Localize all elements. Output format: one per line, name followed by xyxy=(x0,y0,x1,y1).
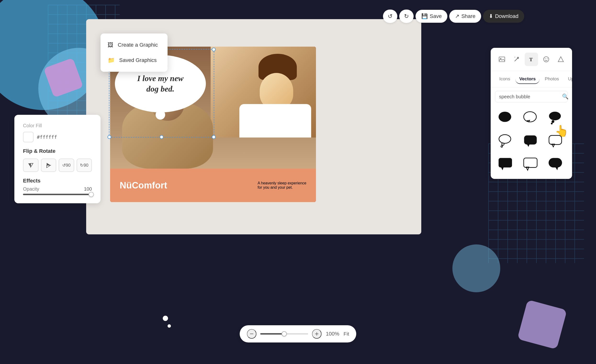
flip-rotate-controls: ↺90 ↻90 xyxy=(23,159,92,172)
color-fill-row: #ffffff xyxy=(23,132,92,142)
undo-button[interactable]: ↺ xyxy=(383,10,397,23)
panel-emoji-icon-btn[interactable] xyxy=(539,53,553,66)
share-button[interactable]: ↗ Share xyxy=(449,10,481,23)
save-button[interactable]: 💾 Save xyxy=(416,10,447,23)
zoom-slider-thumb[interactable] xyxy=(282,331,287,336)
vector-item-4[interactable] xyxy=(495,131,516,152)
flip-vertical-button[interactable] xyxy=(41,159,57,172)
effects-label: Effects xyxy=(23,178,40,184)
flip-horizontal-button[interactable] xyxy=(23,159,38,172)
bg-sticker-purple-right xyxy=(517,300,567,349)
panel-shapes-icon-btn[interactable] xyxy=(554,53,567,66)
tab-uploads[interactable]: Uploads xyxy=(564,74,572,84)
svg-line-7 xyxy=(515,57,515,57)
svg-marker-0 xyxy=(28,163,31,167)
vector-item-7[interactable] xyxy=(495,154,516,175)
zoom-slider[interactable] xyxy=(260,333,308,335)
zoom-out-button[interactable]: − xyxy=(247,329,256,339)
speech-bubble-filled-1 xyxy=(497,110,513,126)
svg-point-21 xyxy=(499,135,511,143)
tab-vectors[interactable]: Vectors xyxy=(515,74,539,84)
download-label: Download xyxy=(495,13,518,19)
save-label: Save xyxy=(430,13,442,19)
tab-photos[interactable]: Photos xyxy=(541,74,563,84)
svg-marker-29 xyxy=(501,167,504,170)
undo-icon: ↺ xyxy=(388,13,393,20)
color-fill-section-label: Color Fill xyxy=(23,123,92,128)
search-input[interactable] xyxy=(499,94,560,100)
create-graphic-label: Create a Graphic xyxy=(118,42,158,48)
zoom-in-button[interactable]: + xyxy=(312,329,321,339)
vector-item-8[interactable] xyxy=(520,154,541,175)
vector-item-1[interactable] xyxy=(495,108,516,129)
svg-text:T: T xyxy=(529,57,533,62)
fit-button[interactable]: Fit xyxy=(343,331,349,337)
svg-point-23 xyxy=(501,146,503,147)
zoom-out-icon: − xyxy=(250,330,253,338)
vector-item-3[interactable] xyxy=(545,108,566,129)
search-icon[interactable]: 🔍 xyxy=(562,94,568,100)
vector-grid xyxy=(491,106,572,179)
svg-marker-2 xyxy=(47,163,51,165)
svg-point-16 xyxy=(524,112,536,122)
share-icon: ↗ xyxy=(455,13,459,19)
properties-panel: Color Fill #ffffff Flip & Rotate ↺90 ↻90… xyxy=(14,115,101,203)
right-panel: T Icons Vectors Photos Uploads ☆ 🔍 xyxy=(491,48,572,179)
image-icon: 🖼 xyxy=(108,42,113,48)
photo-bottom-bar: NüComfort A heavenly sleep experience fo… xyxy=(110,169,316,202)
rotate-right-button[interactable]: ↻90 xyxy=(77,159,92,172)
vector-item-5[interactable] xyxy=(520,131,541,152)
vector-item-9[interactable] xyxy=(545,154,566,175)
brand-name: NüComfort xyxy=(120,180,167,191)
bg-circle-right xyxy=(452,244,500,292)
brand-tagline-line1: A heavenly sleep experience xyxy=(258,181,306,185)
color-swatch[interactable] xyxy=(23,132,34,142)
vector-item-2[interactable] xyxy=(520,108,541,129)
save-disk-icon: 💾 xyxy=(421,13,428,19)
panel-images-icon-btn[interactable] xyxy=(495,53,509,66)
speech-bubble-rect-filled xyxy=(497,156,513,172)
opacity-label: Opacity xyxy=(23,186,39,192)
rotate-left-button[interactable]: ↺90 xyxy=(59,159,74,172)
svg-rect-26 xyxy=(549,135,562,145)
opacity-slider[interactable] xyxy=(23,194,92,195)
create-graphic-menu-item[interactable]: 🖼 Create a Graphic xyxy=(101,37,168,53)
svg-rect-32 xyxy=(549,158,562,168)
bubble-tail-dot xyxy=(163,316,168,321)
svg-marker-25 xyxy=(527,144,530,147)
brand-tagline-line2: for you and your pet. xyxy=(258,185,306,190)
svg-rect-4 xyxy=(499,57,505,62)
rotate-left-icon: ↺90 xyxy=(62,163,71,168)
speech-bubble-outline-1 xyxy=(522,110,538,126)
speech-bubble-rect-outline xyxy=(522,156,538,172)
emoji-icon xyxy=(543,56,550,63)
svg-marker-1 xyxy=(31,163,33,167)
tab-icons[interactable]: Icons xyxy=(495,74,514,84)
panel-magic-icon-btn[interactable] xyxy=(510,53,523,66)
svg-point-18 xyxy=(549,112,561,120)
dropdown-menu: 🖼 Create a Graphic 📁 Saved Graphics xyxy=(101,34,168,72)
right-panel-icons: T xyxy=(491,48,572,71)
opacity-slider-fill xyxy=(23,194,92,195)
speech-bubble-filled-2 xyxy=(522,133,538,149)
speech-bubble-dark-rounded xyxy=(547,156,563,172)
panel-text-icon-btn[interactable]: T xyxy=(525,53,538,66)
opacity-value: 100 xyxy=(84,186,92,192)
flip-h-icon xyxy=(27,162,34,169)
person-area xyxy=(211,47,316,138)
rotate-right-icon: ↻90 xyxy=(80,163,88,168)
thought-bubble-outline xyxy=(497,133,513,149)
bubble-tail-dot2 xyxy=(168,324,171,328)
top-toolbar: ↺ ↻ 💾 Save ↗ Share ⬇ Download xyxy=(383,10,524,23)
opacity-slider-thumb[interactable] xyxy=(89,192,94,197)
download-button[interactable]: ⬇ Download xyxy=(483,10,524,23)
zoom-bar: − + 100% Fit xyxy=(240,325,356,342)
flip-rotate-title: Flip & Rotate xyxy=(23,148,92,154)
svg-line-6 xyxy=(515,57,518,61)
saved-graphics-menu-item[interactable]: 📁 Saved Graphics xyxy=(101,53,168,68)
download-icon: ⬇ xyxy=(489,13,493,19)
redo-button[interactable]: ↻ xyxy=(399,10,414,23)
svg-rect-30 xyxy=(524,158,537,168)
search-bar: 🔍 xyxy=(495,91,568,102)
vector-item-6[interactable] xyxy=(545,131,566,152)
